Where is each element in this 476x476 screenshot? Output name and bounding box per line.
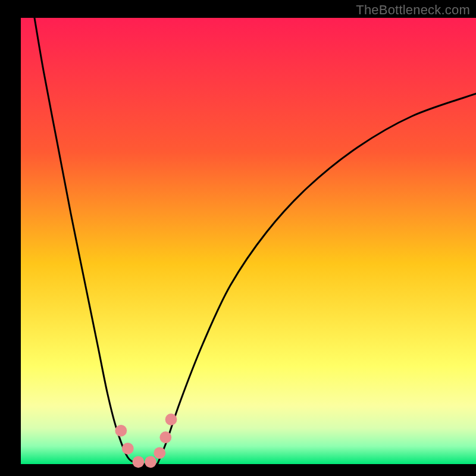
chart-svg xyxy=(0,0,476,476)
valley-marker-2 xyxy=(133,456,145,468)
valley-marker-1 xyxy=(122,443,134,455)
valley-marker-4 xyxy=(154,447,165,459)
valley-marker-0 xyxy=(115,425,127,437)
valley-marker-6 xyxy=(165,414,177,425)
valley-marker-3 xyxy=(145,456,156,468)
watermark-text: TheBottleneck.com xyxy=(356,2,470,18)
plot-background xyxy=(21,18,476,464)
chart-container: TheBottleneck.com xyxy=(0,0,476,476)
valley-marker-5 xyxy=(159,431,171,443)
